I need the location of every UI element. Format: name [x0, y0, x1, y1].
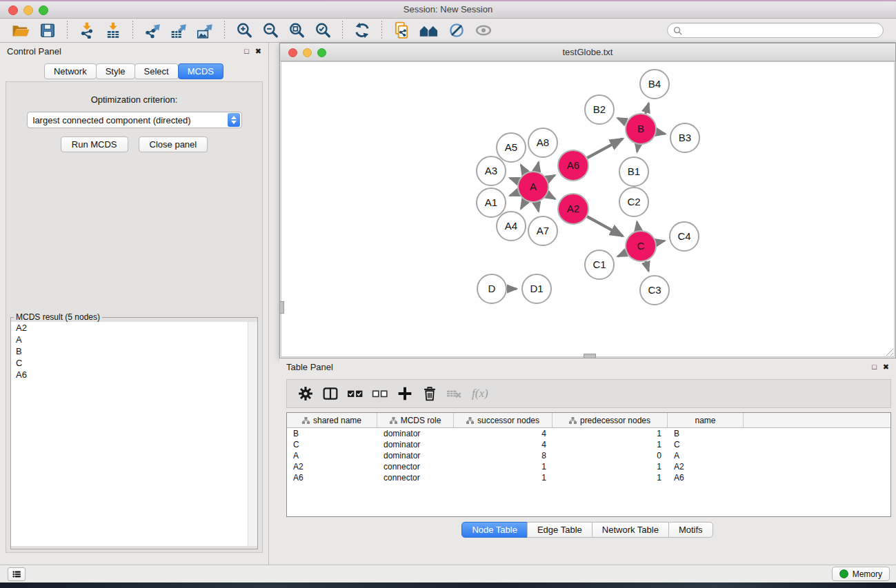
task-history-button[interactable] — [8, 567, 26, 581]
table-cell[interactable]: 1 — [454, 473, 552, 483]
table-cell[interactable]: connector — [377, 473, 454, 483]
graph-node-A7[interactable]: A7 — [528, 216, 557, 245]
table-cell[interactable]: B — [668, 429, 744, 438]
mcds-result-item[interactable]: A6 — [11, 369, 257, 381]
import-table-button[interactable] — [103, 20, 123, 41]
graph-node-A[interactable]: A — [518, 172, 548, 202]
tab-select[interactable]: Select — [135, 63, 179, 79]
graph-node-A5[interactable]: A5 — [497, 133, 526, 162]
table-cell[interactable]: 1 — [552, 429, 668, 438]
graph-node-C2[interactable]: C2 — [619, 187, 648, 216]
graph-edge-C-C4[interactable] — [656, 241, 664, 243]
splitter-handle-bottom[interactable] — [584, 354, 596, 358]
show-graphics-details-button[interactable] — [446, 20, 467, 41]
table-cell[interactable]: A2 — [668, 462, 744, 472]
table-cell[interactable]: 4 — [454, 440, 552, 449]
refresh-network-button[interactable] — [352, 20, 372, 41]
table-cell[interactable]: A6 — [287, 473, 377, 483]
graph-node-C4[interactable]: C4 — [670, 222, 699, 251]
save-session-button[interactable] — [37, 20, 58, 41]
float-panel-icon[interactable]: □ — [244, 48, 249, 55]
export-table-button[interactable] — [168, 20, 189, 41]
table-cell[interactable]: C — [287, 440, 377, 449]
close-panel-icon[interactable]: ✖ — [255, 48, 261, 55]
graph-node-A3[interactable]: A3 — [477, 156, 506, 185]
mcds-list-scrollbar[interactable] — [248, 322, 257, 546]
graph-node-C[interactable]: C — [626, 231, 656, 261]
table-cell[interactable]: A2 — [287, 462, 377, 472]
table-cell[interactable]: C — [668, 440, 744, 449]
graph-edge-A-A7[interactable] — [537, 202, 539, 211]
table-cell[interactable]: dominator — [377, 451, 454, 460]
table-cell[interactable]: A6 — [668, 473, 744, 483]
graph-node-A1[interactable]: A1 — [477, 188, 506, 217]
table-cell[interactable]: 8 — [454, 451, 552, 460]
tab-network[interactable]: Network — [44, 63, 97, 79]
search-input[interactable] — [686, 25, 877, 36]
graph-edge-C-C1[interactable] — [617, 252, 626, 256]
export-network-button[interactable] — [142, 20, 163, 41]
graph-edge-B-B3[interactable] — [657, 132, 666, 134]
table-cell[interactable]: A — [668, 451, 744, 460]
zoom-in-button[interactable] — [234, 20, 255, 41]
column-header-MCDS-role[interactable]: MCDS role — [377, 413, 454, 427]
graph-node-D1[interactable]: D1 — [522, 274, 551, 303]
tab-motifs[interactable]: Motifs — [668, 522, 713, 538]
export-image-button[interactable] — [195, 20, 215, 41]
graph-node-B2[interactable]: B2 — [585, 95, 614, 124]
graph-node-C1[interactable]: C1 — [585, 250, 614, 279]
memory-button[interactable]: Memory — [832, 567, 890, 581]
table-cell[interactable]: 4 — [454, 429, 552, 438]
table-cell[interactable]: 1 — [552, 473, 668, 483]
graph-node-A6[interactable]: A6 — [558, 150, 588, 181]
graph-node-A8[interactable]: A8 — [528, 128, 557, 157]
graph-edge-A-A5[interactable] — [521, 165, 526, 173]
graph-edge-A-A2[interactable] — [547, 194, 555, 199]
graph-edge-A-A3[interactable] — [510, 178, 518, 181]
tab-node-table[interactable]: Node Table — [461, 522, 528, 538]
graph-edge-A2-C[interactable] — [587, 216, 623, 236]
toggle-visibility-button[interactable] — [472, 20, 495, 41]
column-header-shared-name[interactable]: shared name — [287, 413, 377, 427]
table-settings-button[interactable] — [295, 383, 316, 404]
tab-edge-table[interactable]: Edge Table — [527, 522, 593, 538]
mcds-result-item[interactable]: A — [11, 334, 257, 345]
add-column-button[interactable] — [395, 383, 415, 404]
network-canvas[interactable]: B4B2BB3A5A8A6B1A3AA1C2A2A4A7C4CC1C3DD1 — [281, 61, 895, 357]
mcds-result-item[interactable]: A2 — [11, 322, 257, 334]
table-row[interactable]: A2connector11A2 — [287, 461, 890, 472]
column-header-predecessor-nodes[interactable]: predecessor nodes — [552, 413, 668, 427]
graph-edge-B-B1[interactable] — [637, 145, 639, 152]
tab-network-table[interactable]: Network Table — [592, 522, 669, 538]
close-table-panel-icon[interactable]: ✖ — [883, 363, 889, 371]
new-network-from-selection-button[interactable] — [391, 20, 412, 41]
table-cell[interactable]: 0 — [552, 451, 668, 460]
graph-edge-B-B2[interactable] — [617, 118, 626, 122]
graph-node-B1[interactable]: B1 — [619, 157, 648, 186]
tab-mcds[interactable]: MCDS — [178, 63, 223, 79]
import-network-button[interactable] — [77, 20, 97, 41]
graph-node-B4[interactable]: B4 — [640, 70, 669, 99]
table-cell[interactable]: connector — [377, 462, 454, 472]
table-cell[interactable]: 1 — [552, 462, 668, 472]
first-neighbors-button[interactable] — [417, 20, 441, 41]
mcds-result-list[interactable]: A2ABCA6 — [11, 322, 257, 546]
table-row[interactable]: A6connector11A6 — [287, 472, 890, 483]
graph-edge-A-A8[interactable] — [537, 162, 539, 171]
column-header-successor-nodes[interactable]: successor nodes — [454, 413, 552, 427]
graph-node-A2[interactable]: A2 — [558, 194, 588, 224]
graph-edge-A-A4[interactable] — [521, 201, 526, 209]
table-cell[interactable]: dominator — [377, 429, 454, 438]
graph-node-C3[interactable]: C3 — [640, 276, 669, 305]
table-cell[interactable]: A — [287, 451, 377, 460]
window-titlebar[interactable]: Session: New Session — [0, 1, 896, 19]
graph-node-B3[interactable]: B3 — [670, 123, 699, 152]
graph-edge-B-B4[interactable] — [646, 103, 649, 114]
float-table-panel-icon[interactable]: □ — [872, 363, 877, 371]
graph-edge-A-A6[interactable] — [547, 175, 555, 179]
zoom-out-button[interactable] — [260, 20, 281, 41]
table-row[interactable]: Cdominator41C — [287, 439, 890, 450]
open-session-button[interactable] — [10, 20, 32, 41]
table-row[interactable]: Adominator80A — [287, 450, 890, 461]
table-cell[interactable]: B — [287, 429, 377, 438]
